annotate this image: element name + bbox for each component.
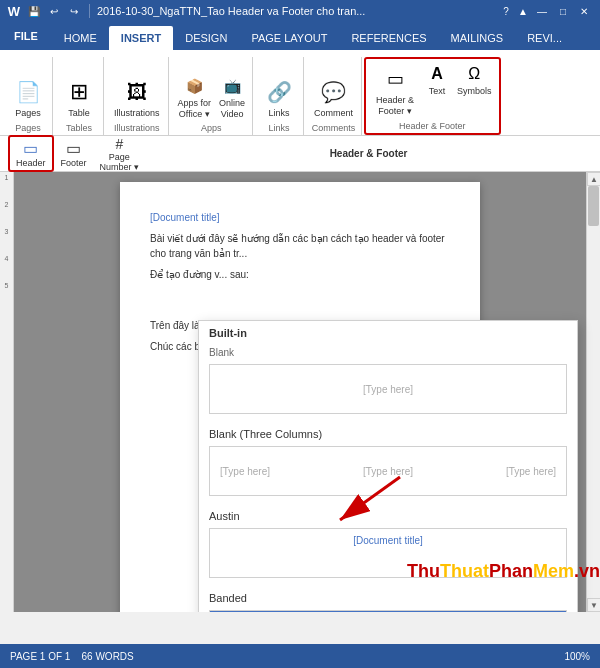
scroll-up-button[interactable]: ▲ [587,172,600,186]
blank-three-col-preview[interactable]: [Type here] [Type here] [Type here] [209,446,567,496]
hf-buttons: ▭ Header &Footer ▾ A Text Ω Symbols [370,57,495,119]
ruler-marker: 3 [5,228,9,235]
ruler-marker: 5 [5,282,9,289]
online-video-button[interactable]: 📺 OnlineVideo [216,73,248,121]
ribbon-group-illustrations: 🖼 Illustrations Illustrations [106,57,169,135]
right-scrollbar: ▲ ▼ [586,172,600,612]
scrollbar-thumb[interactable] [588,186,599,226]
redo-icon[interactable]: ↪ [66,3,82,19]
tables-buttons: ⊞ Table [59,57,99,121]
apps-group-label: Apps [201,123,222,133]
blank-three-col-placeholder-2: [Type here] [363,466,413,477]
tab-design[interactable]: DESIGN [173,26,239,50]
ribbon-collapse-icon[interactable]: ▲ [515,3,531,19]
blank-preview[interactable]: [Type here] [209,364,567,414]
left-scrollbar: 1 2 3 4 5 [0,172,14,612]
pages-icon: 📄 [12,76,44,108]
undo-icon[interactable]: ↩ [46,3,62,19]
comments-buttons: 💬 Comment [310,57,357,121]
tables-group-label: Tables [66,123,92,133]
pages-label: Pages [15,108,41,119]
online-video-label: OnlineVideo [219,98,245,120]
word-logo-icon: W [6,3,22,19]
tab-insert[interactable]: INSERT [109,26,173,50]
illustrations-buttons: 🖼 Illustrations [110,57,164,121]
ribbon-group-apps: 📦 Apps forOffice ▾ 📺 OnlineVideo Apps [171,57,254,135]
zoom-level: 100% [564,651,590,662]
footer-sub-label: Footer [61,158,87,168]
ribbon-group-tables: ⊞ Table Tables [55,57,104,135]
ribbon: 📄 Pages Pages ⊞ Table Tables 🖼 Illustrat… [0,50,600,136]
comment-button[interactable]: 💬 Comment [310,74,357,121]
header-footer-label: Header &Footer ▾ [376,95,414,117]
window-title: 2016-10-30_NgaTTN_Tao Header va Footer c… [97,5,365,17]
tab-page-layout[interactable]: PAGE LAYOUT [239,26,339,50]
links-buttons: 🔗 Links [259,57,299,121]
table-icon: ⊞ [63,76,95,108]
ribbon-group-links: 🔗 Links Links [255,57,304,135]
austin-preview[interactable]: [Document title] [209,528,567,578]
title-bar: W 💾 ↩ ↪ 2016-10-30_NgaTTN_Tao Header va … [0,0,600,22]
doc-para1: Bài viết dưới đây sẽ hướng dẫn các bạn c… [150,231,450,261]
tab-mailings[interactable]: MAILINGS [439,26,516,50]
links-button[interactable]: 🔗 Links [259,74,299,121]
footer-sub-icon: ▭ [66,139,81,158]
banded-preview[interactable] [209,610,567,612]
header-sub-button[interactable]: ▭ Header [8,135,54,172]
page-number-sub-button[interactable]: # PageNumber ▾ [94,134,146,174]
illustrations-button[interactable]: 🖼 Illustrations [110,74,164,121]
symbols-button[interactable]: Ω Symbols [454,61,495,98]
ribbon-group-header-footer: ▭ Header &Footer ▾ A Text Ω Symbols Head… [364,57,501,135]
ruler-marker: 2 [5,201,9,208]
blank-label: Blank [199,343,577,360]
status-bar: PAGE 1 OF 1 66 WORDS 100% [0,644,600,668]
austin-label: Austin [199,504,577,524]
close-button[interactable]: ✕ [574,3,594,19]
pages-buttons: 📄 Pages [8,57,48,121]
footer-sub-button[interactable]: ▭ Footer [54,137,94,170]
blank-three-col-label: Blank (Three Columns) [199,422,577,442]
page-number-sub-icon: # [115,136,123,152]
tab-file[interactable]: FILE [0,22,52,50]
tab-review[interactable]: REVI... [515,26,574,50]
tab-home[interactable]: HOME [52,26,109,50]
ribbon-group-comments: 💬 Comment Comments [306,57,362,135]
minimize-button[interactable]: — [532,3,552,19]
scroll-down-button[interactable]: ▼ [587,598,600,612]
symbols-label: Symbols [457,86,492,97]
table-label: Table [68,108,90,119]
status-right: 100% [564,651,590,662]
window-controls: ? ▲ — □ ✕ [498,3,594,19]
illustrations-label: Illustrations [114,108,160,119]
page-number-sub-label: PageNumber ▾ [100,152,140,172]
pages-button[interactable]: 📄 Pages [8,74,48,121]
symbols-icon: Ω [462,62,486,86]
pages-group-label: Pages [15,123,41,133]
comments-group-label: Comments [312,123,356,133]
table-button[interactable]: ⊞ Table [59,74,99,121]
banded-label: Banded [199,586,577,606]
text-icon: A [425,62,449,86]
scrollbar-track[interactable] [587,186,600,598]
text-label: Text [429,86,446,97]
text-button[interactable]: A Text [422,61,452,98]
header-sub-label: Header [16,158,46,168]
help-icon[interactable]: ? [498,3,514,19]
illustrations-icon: 🖼 [121,76,153,108]
document-title: [Document title] [150,212,450,223]
links-group-label: Links [269,123,290,133]
save-icon[interactable]: 💾 [26,3,42,19]
blank-three-col-placeholder-1: [Type here] [220,466,270,477]
apps-buttons: 📦 Apps forOffice ▾ 📺 OnlineVideo [175,57,249,121]
links-icon: 🔗 [263,76,295,108]
apps-office-icon: 📦 [182,74,206,98]
hf-sub-group-label: Header & Footer [145,148,592,159]
header-dropdown-panel: Built-in Blank [Type here] Blank (Three … [198,320,578,612]
maximize-button[interactable]: □ [553,3,573,19]
apps-for-office-button[interactable]: 📦 Apps forOffice ▾ [175,73,215,121]
header-footer-button[interactable]: ▭ Header &Footer ▾ [370,61,420,119]
doc-para2: Để tạo đường v... sau: [150,267,450,282]
illustrations-group-label: Illustrations [114,123,160,133]
dropdown-section-title: Built-in [199,321,577,343]
tab-references[interactable]: REFERENCES [339,26,438,50]
